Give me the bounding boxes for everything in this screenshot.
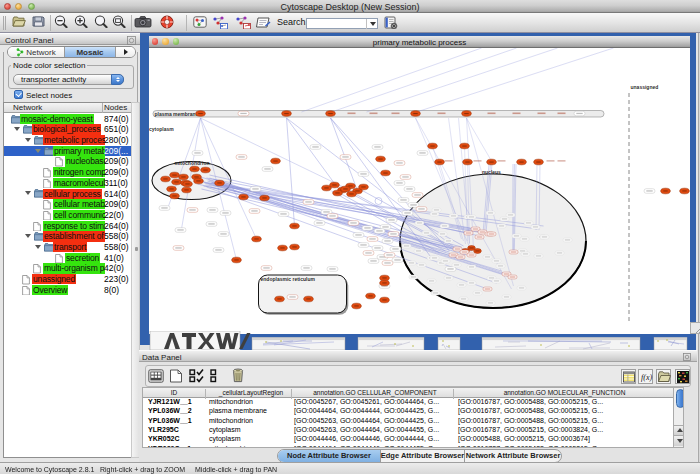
- svg-text:nucleus: nucleus: [482, 169, 501, 175]
- svg-text:cytoplasm: cytoplasm: [149, 126, 174, 132]
- svg-text:endoplasmic reticulum: endoplasmic reticulum: [261, 276, 316, 282]
- svg-text:plasma membrane: plasma membrane: [155, 111, 199, 117]
- svg-text:f(x): f(x): [641, 373, 652, 382]
- svg-text:mitochondrion: mitochondrion: [175, 160, 210, 166]
- svg-text:unassigned: unassigned: [631, 84, 659, 90]
